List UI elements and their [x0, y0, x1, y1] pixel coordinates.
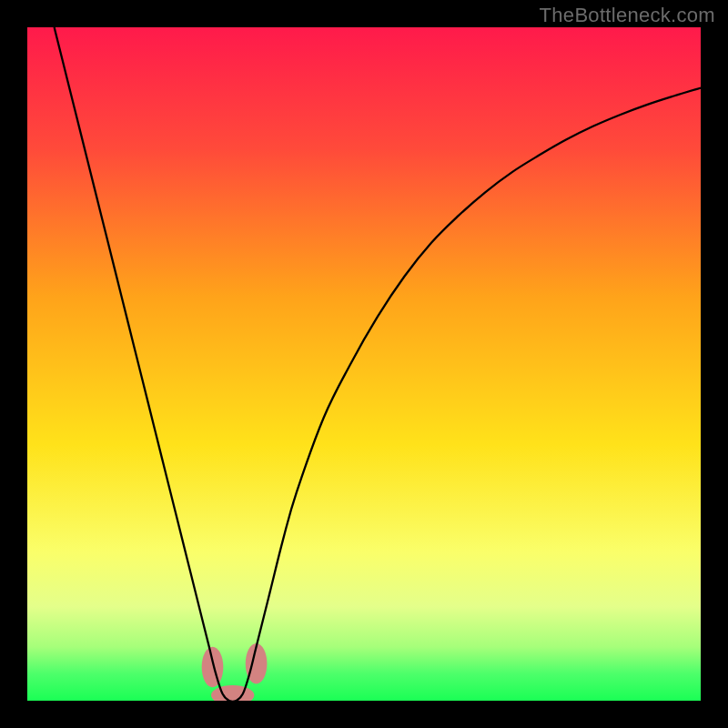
curve-layer — [27, 27, 701, 701]
min-region-bottom — [211, 685, 254, 701]
bottleneck-curve — [55, 27, 701, 701]
chart-frame: TheBottleneck.com — [0, 0, 728, 728]
plot-area — [27, 27, 701, 701]
min-region-left — [202, 647, 224, 687]
curve-minimum-markers — [202, 643, 268, 701]
watermark-text: TheBottleneck.com — [540, 4, 715, 27]
